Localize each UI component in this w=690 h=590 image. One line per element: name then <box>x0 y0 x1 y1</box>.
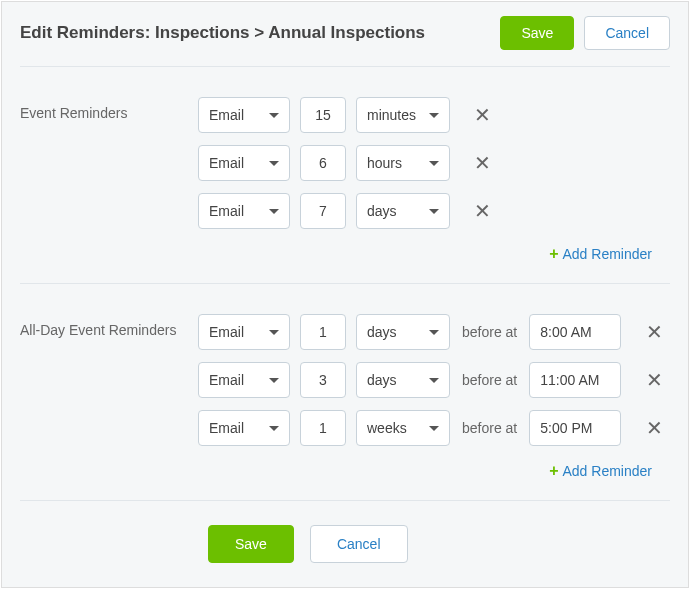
unit-value: hours <box>367 155 425 171</box>
event-reminders-label: Event Reminders <box>20 97 198 263</box>
reminder-row: Email hours ✕ <box>198 145 670 181</box>
add-reminder-row: + Add Reminder <box>198 458 670 480</box>
close-icon: ✕ <box>474 153 491 173</box>
method-value: Email <box>209 107 265 123</box>
reminder-row: Email days before at 11:00 AM ✕ <box>198 362 670 398</box>
time-input[interactable]: 8:00 AM <box>529 314 621 350</box>
unit-select[interactable]: days <box>356 314 450 350</box>
allday-reminders-section: All-Day Event Reminders Email days befor… <box>2 284 688 500</box>
save-button[interactable]: Save <box>208 525 294 563</box>
remove-reminder-button[interactable]: ✕ <box>638 314 670 350</box>
quantity-field[interactable] <box>301 420 345 436</box>
unit-value: minutes <box>367 107 425 123</box>
add-reminder-label: Add Reminder <box>563 463 653 479</box>
quantity-field[interactable] <box>301 203 345 219</box>
quantity-input[interactable] <box>300 410 346 446</box>
header: Edit Reminders: Inspections > Annual Ins… <box>2 2 688 66</box>
remove-reminder-button[interactable]: ✕ <box>466 193 498 229</box>
allday-reminders-content: Email days before at 8:00 AM ✕ <box>198 314 670 480</box>
unit-select[interactable]: weeks <box>356 410 450 446</box>
quantity-input[interactable] <box>300 145 346 181</box>
time-input[interactable]: 11:00 AM <box>529 362 621 398</box>
reminder-row: Email weeks before at 5:00 PM ✕ <box>198 410 670 446</box>
remove-reminder-button[interactable]: ✕ <box>466 97 498 133</box>
quantity-input[interactable] <box>300 193 346 229</box>
quantity-field[interactable] <box>301 107 345 123</box>
caret-down-icon <box>269 161 279 166</box>
unit-value: days <box>367 324 425 340</box>
method-value: Email <box>209 372 265 388</box>
remove-reminder-button[interactable]: ✕ <box>638 410 670 446</box>
caret-down-icon <box>429 426 439 431</box>
caret-down-icon <box>269 209 279 214</box>
method-value: Email <box>209 420 265 436</box>
unit-select[interactable]: minutes <box>356 97 450 133</box>
footer-buttons: Save Cancel <box>208 525 670 563</box>
plus-icon: + <box>549 462 558 480</box>
cancel-button[interactable]: Cancel <box>310 525 408 563</box>
allday-reminders-label: All-Day Event Reminders <box>20 314 198 480</box>
time-input[interactable]: 5:00 PM <box>529 410 621 446</box>
caret-down-icon <box>429 378 439 383</box>
close-icon: ✕ <box>646 370 663 390</box>
event-reminders-section: Event Reminders Email minutes ✕ <box>2 67 688 283</box>
remove-reminder-button[interactable]: ✕ <box>466 145 498 181</box>
unit-select[interactable]: days <box>356 362 450 398</box>
method-select[interactable]: Email <box>198 410 290 446</box>
edit-reminders-panel: Edit Reminders: Inspections > Annual Ins… <box>1 1 689 588</box>
method-select[interactable]: Email <box>198 362 290 398</box>
caret-down-icon <box>269 113 279 118</box>
time-value: 8:00 AM <box>540 324 591 340</box>
unit-value: days <box>367 203 425 219</box>
before-at-label: before at <box>462 420 517 436</box>
close-icon: ✕ <box>474 105 491 125</box>
method-value: Email <box>209 324 265 340</box>
quantity-field[interactable] <box>301 372 345 388</box>
add-reminder-label: Add Reminder <box>563 246 653 262</box>
event-reminders-content: Email minutes ✕ Email <box>198 97 670 263</box>
time-value: 11:00 AM <box>540 372 599 388</box>
save-button[interactable]: Save <box>500 16 574 50</box>
close-icon: ✕ <box>474 201 491 221</box>
remove-reminder-button[interactable]: ✕ <box>638 362 670 398</box>
caret-down-icon <box>429 209 439 214</box>
close-icon: ✕ <box>646 322 663 342</box>
method-value: Email <box>209 203 265 219</box>
caret-down-icon <box>269 426 279 431</box>
unit-value: weeks <box>367 420 425 436</box>
before-at-label: before at <box>462 324 517 340</box>
close-icon: ✕ <box>646 418 663 438</box>
unit-select[interactable]: hours <box>356 145 450 181</box>
cancel-button[interactable]: Cancel <box>584 16 670 50</box>
add-reminder-row: + Add Reminder <box>198 241 670 263</box>
unit-value: days <box>367 372 425 388</box>
page-title: Edit Reminders: Inspections > Annual Ins… <box>20 23 500 43</box>
time-value: 5:00 PM <box>540 420 592 436</box>
quantity-input[interactable] <box>300 314 346 350</box>
add-reminder-button[interactable]: + Add Reminder <box>549 245 652 263</box>
method-select[interactable]: Email <box>198 314 290 350</box>
caret-down-icon <box>429 113 439 118</box>
caret-down-icon <box>269 378 279 383</box>
method-select[interactable]: Email <box>198 145 290 181</box>
quantity-input[interactable] <box>300 362 346 398</box>
caret-down-icon <box>429 330 439 335</box>
caret-down-icon <box>269 330 279 335</box>
reminder-row: Email days ✕ <box>198 193 670 229</box>
before-at-label: before at <box>462 372 517 388</box>
quantity-field[interactable] <box>301 155 345 171</box>
caret-down-icon <box>429 161 439 166</box>
quantity-input[interactable] <box>300 97 346 133</box>
method-value: Email <box>209 155 265 171</box>
reminder-row: Email minutes ✕ <box>198 97 670 133</box>
method-select[interactable]: Email <box>198 193 290 229</box>
add-reminder-button[interactable]: + Add Reminder <box>549 462 652 480</box>
method-select[interactable]: Email <box>198 97 290 133</box>
quantity-field[interactable] <box>301 324 345 340</box>
footer: Save Cancel <box>2 501 688 587</box>
plus-icon: + <box>549 245 558 263</box>
unit-select[interactable]: days <box>356 193 450 229</box>
reminder-row: Email days before at 8:00 AM ✕ <box>198 314 670 350</box>
